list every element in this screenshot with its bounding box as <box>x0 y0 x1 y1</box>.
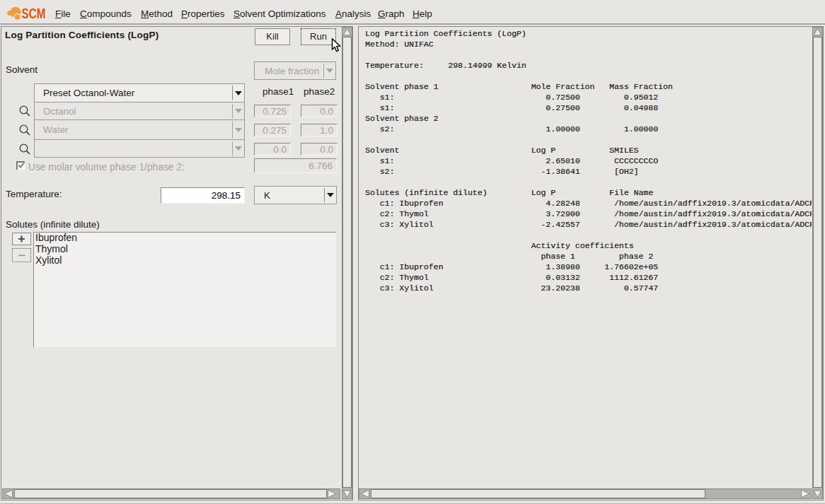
svg-text:SCM: SCM <box>22 6 46 21</box>
